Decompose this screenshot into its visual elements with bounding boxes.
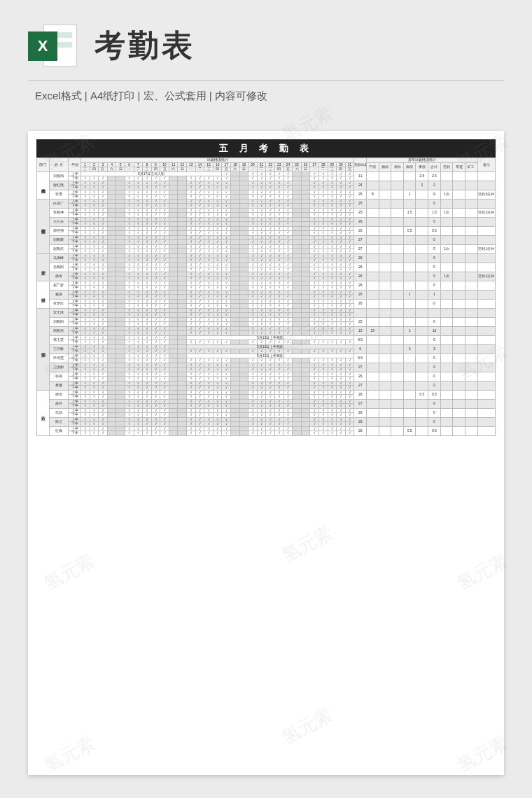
col-shift: 午别 — [69, 158, 81, 172]
name-cell: 刘晓辉 — [49, 235, 69, 244]
actual-cell: 26 — [354, 262, 367, 272]
actual-cell: 9.5 — [354, 354, 367, 363]
remark-cell — [477, 308, 495, 317]
name-cell: 付梦欣 — [49, 299, 69, 308]
actual-cell: 27 — [354, 244, 367, 253]
actual-cell: 25 — [354, 190, 367, 199]
name-cell: 韩玉慧 — [49, 335, 69, 344]
dept-cell: 行政人 — [37, 390, 50, 435]
remark-cell: 迟到1分钟 — [477, 244, 495, 253]
remark-cell — [477, 344, 495, 354]
actual-cell: 26 — [354, 281, 367, 290]
remark-cell — [477, 217, 495, 226]
name-cell: 岳晓阳 — [49, 262, 69, 272]
actual-cell — [354, 308, 367, 317]
name-cell: 侯涛 — [49, 272, 69, 281]
remark-cell — [477, 253, 495, 262]
actual-cell: 26 — [354, 272, 367, 281]
actual-cell: 26 — [354, 217, 367, 226]
template-header: X 考勤表 — [0, 0, 532, 80]
sheet-preview: 五 月 考 勤 表 部门姓 名午别出勤情况统计实际出勤天数异常出勤情况统计备注1… — [28, 131, 504, 775]
remark-cell — [477, 426, 495, 435]
name-cell: 马保峰 — [49, 253, 69, 262]
remark-cell — [477, 390, 495, 399]
remark-cell — [477, 326, 495, 335]
name-cell: 王丹毅 — [49, 344, 69, 354]
remark-cell — [477, 281, 495, 290]
remark-cell — [477, 317, 495, 326]
name-cell: 刘晓阳 — [49, 317, 69, 326]
actual-cell: 27 — [354, 235, 367, 244]
dept-cell: 开发部 — [37, 253, 50, 281]
dept-cell: 工程管理部 — [37, 199, 50, 253]
actual-cell: 11 — [354, 172, 367, 181]
divider — [28, 80, 504, 81]
remark-cell — [477, 262, 495, 272]
remark-cell — [477, 226, 495, 235]
name-cell: 郑智强 — [49, 226, 69, 235]
remark-cell — [477, 181, 495, 190]
remark-cell — [477, 290, 495, 299]
remark-cell — [477, 335, 495, 344]
sheet-title: 五 月 考 勤 表 — [36, 139, 496, 158]
remark-cell — [477, 417, 495, 426]
name-cell: 侯琦 — [49, 390, 69, 399]
col-name: 姓 名 — [49, 158, 69, 172]
name-cell: 代琼 — [49, 408, 69, 417]
actual-cell: 15 — [354, 326, 367, 335]
actual-cell: 26 — [354, 426, 367, 435]
name-cell: 张倚 — [49, 372, 69, 381]
name-cell: 谢红艳 — [49, 181, 69, 190]
actual-cell: 26 — [354, 417, 367, 426]
name-cell: 李晓坤 — [49, 208, 69, 217]
actual-cell: 26 — [354, 390, 367, 399]
name-cell: 红梅 — [49, 426, 69, 435]
name-cell: 周春浩 — [49, 326, 69, 335]
remark-cell — [477, 299, 495, 308]
actual-cell: 9.5 — [354, 335, 367, 344]
col-actual: 实际出勤天数 — [354, 158, 367, 172]
actual-cell: 25 — [354, 317, 367, 326]
name-cell: 杨涛 — [49, 290, 69, 299]
shift-cell: 下午 — [69, 431, 81, 436]
remark-cell — [477, 363, 495, 372]
actual-cell: 27 — [354, 399, 367, 408]
col-dept: 部门 — [37, 158, 50, 172]
feature-line: Excel格式 | A4纸打印 | 宏、公式套用 | 内容可修改 — [0, 90, 532, 117]
remark-cell — [477, 354, 495, 363]
name-cell: 赵晓庆 — [49, 244, 69, 253]
actual-cell: 25 — [354, 199, 367, 208]
actual-cell: 27 — [354, 363, 367, 372]
remark-cell — [477, 235, 495, 244]
remark-cell — [477, 381, 495, 390]
actual-cell: 25 — [354, 290, 367, 299]
attendance-table: 部门姓 名午别出勤情况统计实际出勤天数异常出勤情况统计备注12345678910… — [36, 158, 496, 436]
name-cell: 申同慧 — [49, 354, 69, 363]
actual-cell: 24 — [354, 181, 367, 190]
name-cell: 李雪 — [49, 190, 69, 199]
name-cell: 王占光 — [49, 217, 69, 226]
actual-cell: 26 — [354, 408, 367, 417]
actual-cell: 26 — [354, 253, 367, 262]
name-cell: 崔广彦 — [49, 281, 69, 290]
remark-cell: 迟到1分钟 — [477, 272, 495, 281]
remark-cell — [477, 408, 495, 417]
remark-cell: 迟到1分钟 — [477, 208, 495, 217]
col-remark: 备注 — [477, 158, 495, 172]
remark-cell — [477, 399, 495, 408]
actual-cell: 25 — [354, 208, 367, 217]
name-cell: 侯兵 — [49, 399, 69, 408]
remark-cell — [477, 372, 495, 381]
name-cell: 王悦丽 — [49, 363, 69, 372]
name-cell: 白进厂 — [49, 199, 69, 208]
actual-cell: 26 — [354, 226, 367, 235]
name-cell: 刘旭鸿 — [49, 172, 69, 181]
remark-cell — [477, 172, 495, 181]
actual-cell: 27 — [354, 381, 367, 390]
remark-cell: 迟到3分钟 — [477, 190, 495, 199]
dept-cell: 财务部 — [37, 281, 50, 308]
actual-cell: 26 — [354, 372, 367, 381]
remark-cell — [477, 199, 495, 208]
page-title: 考勤表 — [94, 25, 195, 66]
excel-icon: X — [28, 21, 77, 70]
